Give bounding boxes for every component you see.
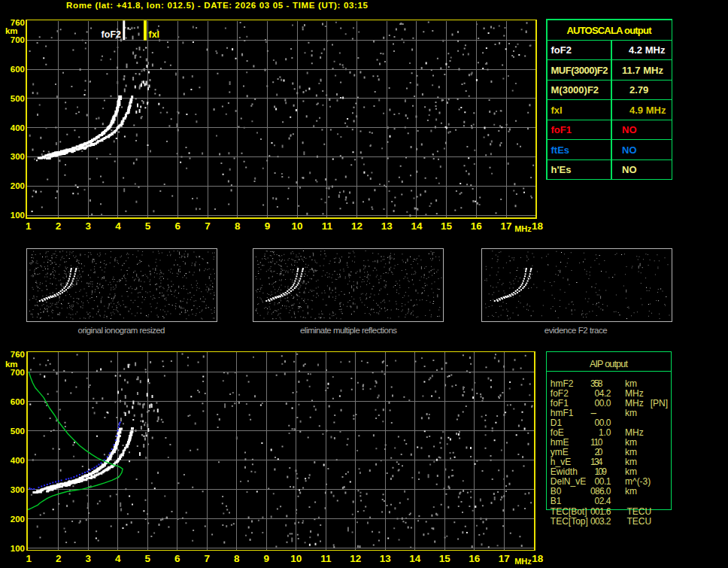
svg-text:3: 3 xyxy=(85,220,91,232)
svg-text:18: 18 xyxy=(532,553,544,564)
svg-text:foF1: foF1 xyxy=(551,124,572,135)
svg-text:7: 7 xyxy=(205,220,211,232)
svg-text:3: 3 xyxy=(86,553,92,564)
svg-text:300: 300 xyxy=(11,152,25,161)
svg-text:11: 11 xyxy=(322,220,333,232)
svg-text:TECU: TECU xyxy=(627,516,652,527)
svg-text:110: 110 xyxy=(590,437,603,448)
svg-text:100: 100 xyxy=(11,211,25,220)
svg-text:4.9 MHz: 4.9 MHz xyxy=(629,105,666,116)
svg-text:20: 20 xyxy=(595,447,603,457)
svg-text:km: km xyxy=(625,447,637,457)
svg-text:11: 11 xyxy=(320,553,332,564)
svg-text:MUF(3000)F2: MUF(3000)F2 xyxy=(551,65,608,76)
svg-text:14: 14 xyxy=(411,220,423,232)
svg-text:2: 2 xyxy=(56,220,62,232)
svg-text:4.2 MHz: 4.2 MHz xyxy=(629,44,666,56)
svg-text:15: 15 xyxy=(439,553,451,564)
svg-text:5: 5 xyxy=(145,220,151,232)
svg-text:B1: B1 xyxy=(551,496,562,506)
svg-text:eliminate multiple reflections: eliminate multiple reflections xyxy=(300,326,397,335)
svg-text:NO: NO xyxy=(622,144,637,156)
svg-text:Rome (lat: +41.8, lon: 012.5): Rome (lat: +41.8, lon: 012.5) - DATE: 20… xyxy=(66,1,369,10)
svg-text:15: 15 xyxy=(441,220,453,232)
svg-text:200: 200 xyxy=(11,515,25,524)
svg-text:6: 6 xyxy=(175,220,181,232)
svg-text:100: 100 xyxy=(11,544,25,553)
svg-text:13: 13 xyxy=(381,220,393,232)
svg-text:1: 1 xyxy=(26,553,32,564)
svg-text:hmE: hmE xyxy=(551,437,569,448)
svg-text:NO: NO xyxy=(622,124,637,135)
svg-text:foF2: foF2 xyxy=(551,44,572,56)
svg-text:00.0: 00.0 xyxy=(595,398,611,409)
svg-text:km: km xyxy=(625,437,637,448)
svg-text:8: 8 xyxy=(234,553,240,564)
svg-text:foF2: foF2 xyxy=(102,29,121,40)
svg-text:ftEs: ftEs xyxy=(551,144,570,156)
svg-text:358: 358 xyxy=(590,378,603,389)
svg-text:MHz: MHz xyxy=(625,398,644,409)
svg-text:600: 600 xyxy=(11,65,25,74)
svg-text:7: 7 xyxy=(205,553,211,564)
svg-text:AUTOSCALA output: AUTOSCALA output xyxy=(567,25,653,36)
svg-text:4: 4 xyxy=(115,220,121,232)
svg-text:04.2: 04.2 xyxy=(595,388,611,399)
svg-text:AIP output: AIP output xyxy=(590,359,629,369)
svg-text:8: 8 xyxy=(235,220,241,232)
svg-text:km: km xyxy=(625,486,637,497)
svg-text:134: 134 xyxy=(590,457,603,467)
svg-text:D1: D1 xyxy=(551,418,563,428)
svg-text:003.2: 003.2 xyxy=(590,516,611,527)
svg-text:12: 12 xyxy=(350,553,361,564)
svg-text:---: --- xyxy=(590,408,597,418)
svg-text:original ionogram resized: original ionogram resized xyxy=(78,326,165,335)
svg-text:6: 6 xyxy=(174,553,180,564)
svg-text:400: 400 xyxy=(11,456,25,465)
svg-text:4: 4 xyxy=(115,553,121,564)
svg-text:300: 300 xyxy=(11,485,25,494)
svg-text:TEC[Bot]: TEC[Bot] xyxy=(551,506,587,517)
svg-text:km: km xyxy=(5,26,18,35)
svg-text:5: 5 xyxy=(145,553,151,564)
svg-text:km: km xyxy=(625,378,637,389)
svg-text:[PN]: [PN] xyxy=(651,398,668,409)
svg-text:km: km xyxy=(625,457,637,467)
svg-text:fxI: fxI xyxy=(551,105,563,116)
svg-text:10: 10 xyxy=(292,220,303,232)
svg-text:Ewidth: Ewidth xyxy=(551,466,578,477)
svg-text:MHz: MHz xyxy=(625,427,644,438)
svg-text:10: 10 xyxy=(290,553,302,564)
svg-text:TECU: TECU xyxy=(627,506,652,517)
svg-text:TEC[Top]: TEC[Top] xyxy=(551,516,588,527)
svg-text:hmF1: hmF1 xyxy=(551,408,574,418)
svg-text:700: 700 xyxy=(11,35,25,44)
svg-text:hmF2: hmF2 xyxy=(551,378,574,389)
svg-text:2.79: 2.79 xyxy=(629,84,648,96)
svg-text:13: 13 xyxy=(380,553,392,564)
svg-text:760: 760 xyxy=(11,350,25,359)
svg-text:foF2: foF2 xyxy=(551,388,569,399)
svg-text:h_vE: h_vE xyxy=(551,457,571,467)
svg-text:1: 1 xyxy=(26,220,32,232)
svg-text:16: 16 xyxy=(471,220,483,232)
svg-text:2: 2 xyxy=(56,553,62,564)
svg-text:9: 9 xyxy=(264,553,270,564)
svg-text:h'Es: h'Es xyxy=(551,164,572,175)
svg-text:M(3000)F2: M(3000)F2 xyxy=(551,84,599,96)
svg-text:km: km xyxy=(625,466,637,477)
svg-text:MHz: MHz xyxy=(514,224,532,233)
svg-text:foE: foE xyxy=(551,427,564,438)
svg-text:9: 9 xyxy=(265,220,271,232)
svg-text:B0: B0 xyxy=(551,486,562,497)
svg-text:1.0: 1.0 xyxy=(599,427,611,438)
svg-text:DelN_vE: DelN_vE xyxy=(551,476,586,487)
svg-text:14: 14 xyxy=(409,553,421,564)
svg-text:m^(-3): m^(-3) xyxy=(625,476,651,487)
svg-text:18: 18 xyxy=(532,220,544,232)
svg-text:00.1: 00.1 xyxy=(595,476,611,487)
svg-text:ymE: ymE xyxy=(551,447,569,457)
svg-text:evidence F2 trace: evidence F2 trace xyxy=(544,326,608,335)
svg-text:km: km xyxy=(625,408,637,418)
svg-text:MHz: MHz xyxy=(625,388,644,399)
